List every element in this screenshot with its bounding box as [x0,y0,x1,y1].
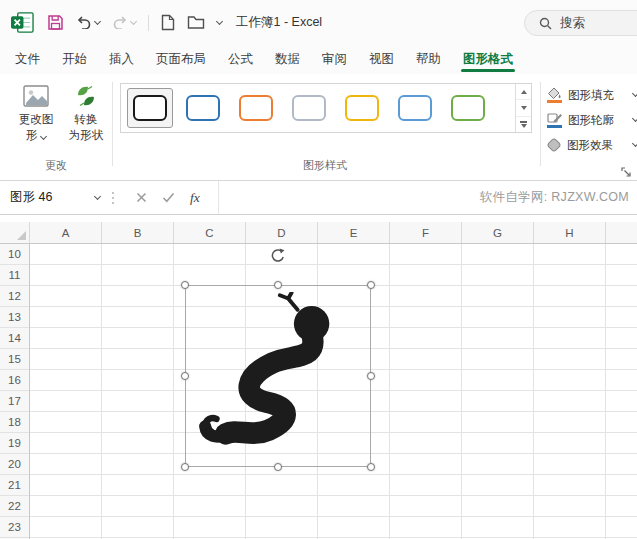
excel-window: 工作簿1 - Excel 搜索 文件 开始 插入 页面布局 公式 数据 审阅 视… [0,0,637,539]
column-header-E[interactable]: E [318,222,390,243]
select-all-triangle-icon [17,231,26,240]
open-file-button[interactable] [187,15,205,30]
tab-help[interactable]: 帮助 [405,45,452,74]
row-header-13[interactable]: 13 [0,307,29,328]
gallery-more-button[interactable] [516,116,531,132]
gallery-scroll-down-button[interactable] [516,99,531,115]
row-header-16[interactable]: 16 [0,370,29,391]
pencil-outline-icon [546,112,563,128]
shape-style-swatch-gold[interactable] [339,88,385,128]
tab-review[interactable]: 审阅 [311,45,358,74]
gallery-more-icon [521,124,527,128]
row-header-23[interactable]: 23 [0,517,29,538]
search-input[interactable]: 搜索 [524,10,637,36]
column-header-B[interactable]: B [102,222,174,243]
redo-dropdown-icon[interactable] [130,17,137,24]
tab-home[interactable]: 开始 [51,45,98,74]
triangle-down-icon [521,106,527,110]
row-header-10[interactable]: 10 [0,244,29,265]
quick-access-toolbar [0,11,222,34]
row-headers: 10 11 12 13 14 15 16 17 18 19 20 21 22 2… [0,244,30,539]
column-header-C[interactable]: C [174,222,246,243]
column-header-D[interactable]: D [246,222,318,243]
name-box[interactable]: 图形 46 [0,189,100,206]
new-file-button[interactable] [161,14,175,31]
shape-style-swatch-lightblue[interactable] [392,88,438,128]
row-header-22[interactable]: 22 [0,496,29,517]
save-button[interactable] [47,14,64,31]
tab-insert[interactable]: 插入 [98,45,145,74]
shape-effects-label: 图形效果 [567,138,628,153]
column-header-F[interactable]: F [390,222,462,243]
shape-effects-button[interactable]: 图形效果 [546,134,637,156]
row-header-12[interactable]: 12 [0,286,29,307]
column-header-partial[interactable] [606,222,637,243]
resize-handle-middle-left[interactable] [181,372,189,380]
shape-fill-button[interactable]: 图形填充 [546,84,637,106]
redo-button[interactable] [112,16,136,29]
undo-dropdown-icon[interactable] [94,17,101,24]
resize-handle-top-right[interactable] [367,281,375,289]
dialog-launcher-button[interactable] [621,167,633,179]
swatch-preview [239,95,273,121]
chevron-down-icon [40,133,47,140]
tab-page-layout[interactable]: 页面布局 [145,45,217,74]
paint-bucket-icon [546,87,563,103]
tab-view[interactable]: 视图 [358,45,405,74]
group-separator [540,82,541,166]
resize-handle-bottom-left[interactable] [181,463,189,471]
swatch-preview [186,95,220,121]
cancel-icon[interactable] [136,192,147,203]
rotate-handle[interactable] [270,248,286,264]
resize-handle-bottom-middle[interactable] [274,463,282,471]
change-graphic-button[interactable]: 更改图 形 [12,80,60,154]
gallery-scroll-up-button[interactable] [516,84,531,99]
tab-formulas[interactable]: 公式 [217,45,264,74]
name-box-dropdown-icon[interactable] [94,192,101,199]
selected-shape-snake[interactable] [185,285,371,467]
search-icon [539,17,552,30]
resize-handle-bottom-right[interactable] [367,463,375,471]
excel-logo-icon [10,11,35,34]
resize-handle-middle-right[interactable] [367,372,375,380]
customize-toolbar-button[interactable] [217,22,222,24]
chevron-down-icon [632,90,637,97]
shape-outline-button[interactable]: 图形轮廓 [546,109,637,131]
insert-function-button[interactable]: fx [190,190,200,206]
gallery-scroll-strip [515,84,531,132]
row-header-18[interactable]: 18 [0,412,29,433]
dialog-launcher-icon [621,167,632,178]
snake-graphic[interactable] [192,292,364,460]
tab-data[interactable]: 数据 [264,45,311,74]
row-header-21[interactable]: 21 [0,475,29,496]
chevron-down-icon [632,115,637,122]
row-header-17[interactable]: 17 [0,391,29,412]
resize-handle-top-middle[interactable] [274,281,282,289]
enter-check-icon[interactable] [162,192,175,203]
tab-graphics-format[interactable]: 图形格式 [452,45,524,74]
row-header-20[interactable]: 20 [0,454,29,475]
row-header-19[interactable]: 19 [0,433,29,454]
shape-style-swatch-green[interactable] [445,88,491,128]
row-header-14[interactable]: 14 [0,328,29,349]
shape-style-swatch-blue[interactable] [180,88,226,128]
undo-button[interactable] [76,16,100,29]
column-header-A[interactable]: A [30,222,102,243]
shape-style-swatch-gray[interactable] [286,88,332,128]
new-file-icon [161,14,175,31]
convert-to-shape-button[interactable]: 转换 为形状 [62,80,110,154]
shape-style-swatch-black[interactable] [127,88,173,128]
column-header-G[interactable]: G [462,222,534,243]
column-header-H[interactable]: H [534,222,606,243]
styles-group-label: 图形样式 [118,158,532,173]
resize-handle-top-left[interactable] [181,281,189,289]
chevron-down-icon [632,140,637,147]
convert-to-shape-icon [74,80,98,112]
open-folder-icon [187,15,205,30]
row-header-11[interactable]: 11 [0,265,29,286]
select-all-corner[interactable] [0,222,30,243]
change-group-label: 更改 [0,158,112,173]
tab-file[interactable]: 文件 [4,45,51,74]
shape-style-swatch-orange[interactable] [233,88,279,128]
row-header-15[interactable]: 15 [0,349,29,370]
